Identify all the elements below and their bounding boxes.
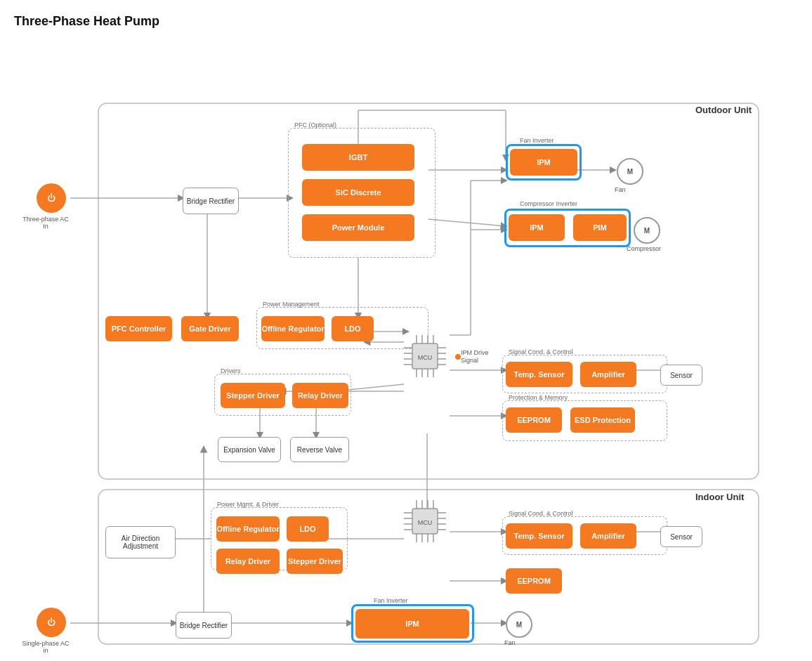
temp-sensor-top-block: Temp. Sensor <box>506 362 572 387</box>
motor-fan-top: M <box>617 158 643 185</box>
ipm-drive-signal-label: IPM Drive Signal <box>461 349 503 365</box>
signal-cond-bottom-label: Signal Cond. & Control <box>509 510 573 517</box>
ipm-drive-signal-dot <box>455 354 461 360</box>
power-mgmt-driver-label: Power Mgmt. & Driver <box>217 501 279 508</box>
indoor-unit-label: Indoor Unit <box>695 492 744 502</box>
svg-text:⏻: ⏻ <box>47 617 55 627</box>
protection-memory-label: Protection & Memory <box>509 394 568 401</box>
igbt-block: IGBT <box>302 144 414 171</box>
svg-text:MCU: MCU <box>418 354 433 361</box>
relay-driver-top-block: Relay Driver <box>292 383 348 408</box>
svg-line-7 <box>428 219 506 226</box>
expansion-valve-block: Expansion Valve <box>218 437 281 462</box>
reverse-valve-block: Reverse Valve <box>290 437 349 462</box>
three-phase-ac-icon: ⏻ <box>37 183 66 213</box>
pim-compressor-block: PIM <box>573 214 627 241</box>
fan-inverter-bottom-label: Fan Inverter <box>374 597 408 604</box>
stepper-driver-bottom-block: Stepper Driver <box>287 549 343 574</box>
amplifier-top-block: Amplifier <box>580 362 636 387</box>
ldo-top-block: LDO <box>332 316 374 341</box>
sensor-indoor: Sensor <box>660 526 702 547</box>
signal-cond-top-label: Signal Cond. & Control <box>509 348 573 355</box>
bridge-rectifier-top: Bridge Rectifier <box>183 188 239 214</box>
single-phase-ac-icon: ⏻ <box>37 608 66 637</box>
ldo-bottom-block: LDO <box>287 516 329 542</box>
gate-driver-block: Gate Driver <box>181 316 239 341</box>
eeprom-bottom-block: EEPROM <box>506 568 562 594</box>
compressor-inverter-label: Compressor Inverter <box>520 200 577 207</box>
svg-text:MCU: MCU <box>418 519 433 526</box>
offline-regulator-top-block: Offline Regulator <box>261 316 325 341</box>
bridge-rectifier-bottom: Bridge Rectifier <box>176 612 232 639</box>
page-title: Three-Phase Heat Pump <box>14 14 798 29</box>
air-direction-block: Air Direction Adjustment <box>105 526 176 558</box>
amplifier-bottom-block: Amplifier <box>580 523 636 549</box>
eeprom-top-block: EEPROM <box>506 407 562 433</box>
motor-fan-indoor: M <box>506 611 532 638</box>
svg-text:⏻: ⏻ <box>47 193 55 203</box>
sic-block: SiC Discrete <box>302 179 414 206</box>
pfc-controller-block: PFC Controller <box>105 316 172 341</box>
motor-compressor: M <box>634 217 660 244</box>
offline-regulator-bottom-block: Offline Regulator <box>216 516 280 542</box>
mcu-indoor: MCU <box>404 500 446 542</box>
esd-protection-block: ESD Protection <box>570 407 635 433</box>
stepper-driver-top-block: Stepper Driver <box>221 383 285 408</box>
mcu-top: MCU <box>404 335 446 377</box>
single-phase-label: Single-phase AC in <box>21 640 70 654</box>
ipm-fan-block: IPM <box>510 149 577 176</box>
three-phase-label: Three-phase AC In <box>21 216 70 230</box>
sensor-top: Sensor <box>660 365 702 386</box>
fan-inverter-top-label: Fan Inverter <box>520 137 554 144</box>
diagram-container: Outdoor Unit Indoor Unit ⏻ Three-phase A… <box>14 40 787 658</box>
drivers-label: Drivers <box>221 367 241 374</box>
fan-top-label: Fan <box>615 186 626 193</box>
power-module-block: Power Module <box>302 214 414 241</box>
relay-driver-bottom-block: Relay Driver <box>216 549 280 574</box>
ipm-compressor-block: IPM <box>509 214 565 241</box>
fan-bottom-label: Fan <box>504 639 516 646</box>
power-mgmt-label: Power Management <box>263 301 320 308</box>
ipm-indoor-block: IPM <box>355 609 469 639</box>
temp-sensor-bottom-block: Temp. Sensor <box>506 523 572 549</box>
pfc-optional-label: PFC (Optional) <box>294 122 336 129</box>
outdoor-unit-label: Outdoor Unit <box>695 105 752 115</box>
compressor-label: Compressor <box>627 245 661 252</box>
